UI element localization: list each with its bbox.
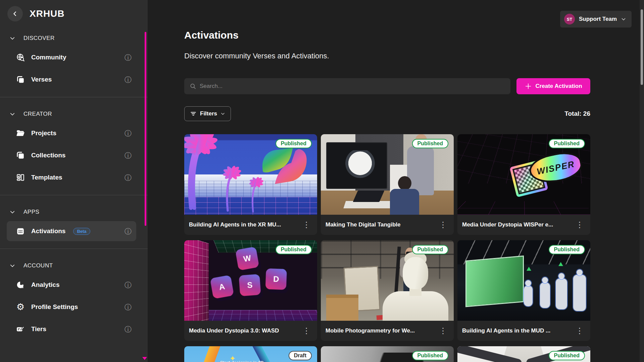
chevron-down-icon <box>621 16 626 22</box>
sidebar-scrollbar-down-arrow[interactable] <box>142 357 147 360</box>
filters-button[interactable]: Filters <box>184 106 231 121</box>
sidebar-divider <box>0 249 148 249</box>
page-scrollbar-thumb[interactable] <box>641 9 643 85</box>
card-edit-icon <box>16 325 25 333</box>
status-badge: Published <box>276 139 312 148</box>
status-badge: Published <box>412 245 448 254</box>
activation-card[interactable]: WISPER Published Media Under Dystopia WI… <box>457 134 590 235</box>
info-icon[interactable]: ⓘ <box>125 152 132 159</box>
sidebar-item-projects[interactable]: Projects ⓘ <box>7 123 136 143</box>
activation-card[interactable]: Published ⋮ <box>457 346 590 362</box>
sidebar-item-tiers[interactable]: Tiers ⓘ <box>7 319 136 339</box>
sidebar-item-analytics[interactable]: Analytics ⓘ <box>7 275 136 295</box>
nav-label: Verses <box>31 76 52 83</box>
info-icon[interactable]: ⓘ <box>125 228 132 235</box>
status-badge: Published <box>412 351 448 360</box>
sidebar-item-activations[interactable]: Activations Beta ⓘ <box>7 221 136 241</box>
folder-open-icon <box>16 129 25 138</box>
kebab-menu-icon[interactable]: ⋮ <box>438 221 448 229</box>
card-overlay-text: Start designing in 3D <box>220 360 264 362</box>
sidebar: XRHUB DISCOVER Community ⓘ Verses ⓘ CREA… <box>0 0 148 362</box>
kebab-menu-icon[interactable]: ⋮ <box>301 327 312 335</box>
activation-card[interactable]: Published Building AI Agents in the MUD … <box>457 240 590 341</box>
status-badge: Published <box>549 139 585 148</box>
section-label: DISCOVER <box>23 35 55 42</box>
create-activation-button[interactable]: Create Activation <box>516 78 590 94</box>
activation-card[interactable]: Published ⋮ <box>321 346 454 362</box>
user-menu[interactable]: ST Support Team <box>560 11 632 28</box>
page-subtitle: Discover community Verses and Activation… <box>184 52 590 60</box>
kebab-menu-icon[interactable]: ⋮ <box>574 327 585 335</box>
info-icon[interactable]: ⓘ <box>125 326 132 333</box>
info-icon[interactable]: ⓘ <box>125 76 132 83</box>
collapse-sidebar-button[interactable] <box>7 6 23 21</box>
sidebar-section-discover[interactable]: DISCOVER <box>0 31 148 46</box>
nav-label: Templates <box>31 174 62 181</box>
page-scrollbar-track[interactable] <box>640 0 644 362</box>
stacked-squares-icon <box>16 151 25 160</box>
filter-icon <box>190 110 197 117</box>
activation-card[interactable]: Published Making The Digital Tangible ⋮ <box>321 134 454 235</box>
card-title: Mobile Photogrammetry for We... <box>326 327 415 334</box>
kebab-menu-icon[interactable]: ⋮ <box>301 221 312 229</box>
sidebar-scrollbar-thumb[interactable] <box>145 32 146 226</box>
info-icon[interactable]: ⓘ <box>125 174 132 181</box>
card-title: Building AI Agents in the MUD ... <box>462 327 550 334</box>
chevron-left-icon <box>11 10 19 17</box>
card-title: Making The Digital Tangible <box>326 221 401 228</box>
sidebar-item-templates[interactable]: Templates ⓘ <box>7 167 136 188</box>
card-grid: Published Building AI Agents in the XR M… <box>184 134 590 362</box>
nav-label: Activations <box>31 227 65 235</box>
layers-icon <box>16 75 25 84</box>
apps-grid-icon <box>16 227 25 236</box>
sidebar-item-profile-settings[interactable]: ⚙ Profile Settings ⓘ <box>7 297 136 317</box>
user-name: Support Team <box>579 16 617 22</box>
status-badge: Published <box>276 245 312 254</box>
sidebar-divider <box>0 97 148 97</box>
section-label: CREATOR <box>23 111 52 117</box>
pie-chart-icon <box>16 280 25 289</box>
info-icon[interactable]: ⓘ <box>125 54 132 61</box>
search-input[interactable] <box>200 83 505 90</box>
marble-bust <box>383 254 448 321</box>
info-icon[interactable]: ⓘ <box>125 281 132 289</box>
activation-card[interactable]: W A S D Published Media Under Dystopia 3… <box>184 240 317 341</box>
card-title: Building AI Agents in the XR MU... <box>189 221 281 228</box>
globe-search-icon <box>16 53 25 62</box>
kebab-menu-icon[interactable]: ⋮ <box>574 221 585 229</box>
sidebar-section-apps[interactable]: APPS <box>0 205 148 219</box>
beta-badge: Beta <box>73 228 90 235</box>
nav-label: Projects <box>31 130 56 137</box>
sidebar-item-collections[interactable]: Collections ⓘ <box>7 145 136 165</box>
copilot-logo <box>253 144 310 188</box>
info-icon[interactable]: ⓘ <box>125 304 132 311</box>
sidebar-section-account[interactable]: ACCOUNT <box>0 258 148 273</box>
sidebar-section-creator[interactable]: CREATOR <box>0 107 148 121</box>
section-label: ACCOUNT <box>23 262 53 269</box>
activation-card[interactable]: Published Mobile Photogrammetry for We..… <box>321 240 454 341</box>
avatar: ST <box>564 14 575 24</box>
status-badge: Draft <box>289 351 312 360</box>
activation-card[interactable]: Published Building AI Agents in the XR M… <box>184 134 317 235</box>
card-title: Media Under Dystopia 3.0: WASD <box>189 327 279 334</box>
sidebar-item-community[interactable]: Community ⓘ <box>7 47 136 67</box>
nav-label: Profile Settings <box>31 303 78 311</box>
page-title: Activations <box>184 30 590 41</box>
status-badge: Published <box>549 245 585 254</box>
nav-label: Analytics <box>31 281 59 289</box>
sidebar-item-verses[interactable]: Verses ⓘ <box>7 69 136 90</box>
chevron-down-icon <box>9 35 15 41</box>
sidebar-logo-row: XRHUB <box>0 0 148 21</box>
layout-template-icon <box>16 173 25 182</box>
total-count: Total: 26 <box>564 110 590 117</box>
activation-card[interactable]: ✦ ✦ Start designing in 3D Draft ⋮ <box>184 346 317 362</box>
info-icon[interactable]: ⓘ <box>125 130 132 137</box>
wasd-keys: W A S D <box>209 245 292 310</box>
status-badge: Published <box>412 139 448 148</box>
chevron-down-icon <box>9 209 15 215</box>
main-content: Activations Discover community Verses an… <box>148 0 644 362</box>
chevron-down-icon <box>9 111 15 117</box>
kebab-menu-icon[interactable]: ⋮ <box>438 327 448 335</box>
sidebar-divider <box>0 195 148 195</box>
chevron-down-icon <box>220 111 225 116</box>
